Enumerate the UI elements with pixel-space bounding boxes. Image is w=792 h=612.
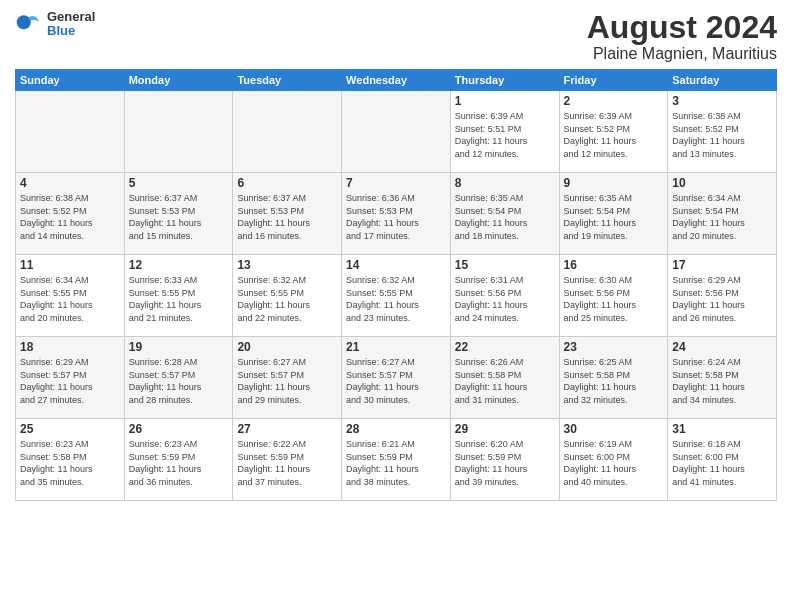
- day-info: Sunrise: 6:34 AM Sunset: 5:55 PM Dayligh…: [20, 274, 120, 324]
- calendar-cell: 3Sunrise: 6:38 AM Sunset: 5:52 PM Daylig…: [668, 91, 777, 173]
- day-number: 4: [20, 176, 120, 190]
- column-header-sunday: Sunday: [16, 70, 125, 91]
- day-info: Sunrise: 6:24 AM Sunset: 5:58 PM Dayligh…: [672, 356, 772, 406]
- day-info: Sunrise: 6:25 AM Sunset: 5:58 PM Dayligh…: [564, 356, 664, 406]
- day-info: Sunrise: 6:39 AM Sunset: 5:51 PM Dayligh…: [455, 110, 555, 160]
- calendar-cell: 9Sunrise: 6:35 AM Sunset: 5:54 PM Daylig…: [559, 173, 668, 255]
- day-number: 20: [237, 340, 337, 354]
- calendar-cell: 16Sunrise: 6:30 AM Sunset: 5:56 PM Dayli…: [559, 255, 668, 337]
- calendar-cell: [233, 91, 342, 173]
- column-header-monday: Monday: [124, 70, 233, 91]
- calendar-cell: 12Sunrise: 6:33 AM Sunset: 5:55 PM Dayli…: [124, 255, 233, 337]
- calendar-cell: 4Sunrise: 6:38 AM Sunset: 5:52 PM Daylig…: [16, 173, 125, 255]
- calendar-cell: 20Sunrise: 6:27 AM Sunset: 5:57 PM Dayli…: [233, 337, 342, 419]
- day-number: 8: [455, 176, 555, 190]
- day-info: Sunrise: 6:30 AM Sunset: 5:56 PM Dayligh…: [564, 274, 664, 324]
- day-info: Sunrise: 6:37 AM Sunset: 5:53 PM Dayligh…: [237, 192, 337, 242]
- day-info: Sunrise: 6:35 AM Sunset: 5:54 PM Dayligh…: [564, 192, 664, 242]
- calendar-cell: 10Sunrise: 6:34 AM Sunset: 5:54 PM Dayli…: [668, 173, 777, 255]
- logo-text: General Blue: [47, 10, 95, 39]
- day-number: 15: [455, 258, 555, 272]
- day-number: 10: [672, 176, 772, 190]
- calendar-cell: 29Sunrise: 6:20 AM Sunset: 5:59 PM Dayli…: [450, 419, 559, 501]
- day-number: 7: [346, 176, 446, 190]
- week-row-3: 11Sunrise: 6:34 AM Sunset: 5:55 PM Dayli…: [16, 255, 777, 337]
- day-info: Sunrise: 6:38 AM Sunset: 5:52 PM Dayligh…: [20, 192, 120, 242]
- day-number: 24: [672, 340, 772, 354]
- day-info: Sunrise: 6:26 AM Sunset: 5:58 PM Dayligh…: [455, 356, 555, 406]
- day-info: Sunrise: 6:29 AM Sunset: 5:56 PM Dayligh…: [672, 274, 772, 324]
- day-info: Sunrise: 6:37 AM Sunset: 5:53 PM Dayligh…: [129, 192, 229, 242]
- day-number: 3: [672, 94, 772, 108]
- calendar-cell: 6Sunrise: 6:37 AM Sunset: 5:53 PM Daylig…: [233, 173, 342, 255]
- day-number: 14: [346, 258, 446, 272]
- day-number: 26: [129, 422, 229, 436]
- day-number: 28: [346, 422, 446, 436]
- day-number: 11: [20, 258, 120, 272]
- calendar-cell: 18Sunrise: 6:29 AM Sunset: 5:57 PM Dayli…: [16, 337, 125, 419]
- calendar-cell: 11Sunrise: 6:34 AM Sunset: 5:55 PM Dayli…: [16, 255, 125, 337]
- day-number: 31: [672, 422, 772, 436]
- calendar-cell: 14Sunrise: 6:32 AM Sunset: 5:55 PM Dayli…: [342, 255, 451, 337]
- day-info: Sunrise: 6:31 AM Sunset: 5:56 PM Dayligh…: [455, 274, 555, 324]
- day-info: Sunrise: 6:22 AM Sunset: 5:59 PM Dayligh…: [237, 438, 337, 488]
- day-info: Sunrise: 6:18 AM Sunset: 6:00 PM Dayligh…: [672, 438, 772, 488]
- day-info: Sunrise: 6:39 AM Sunset: 5:52 PM Dayligh…: [564, 110, 664, 160]
- calendar-cell: 23Sunrise: 6:25 AM Sunset: 5:58 PM Dayli…: [559, 337, 668, 419]
- day-number: 18: [20, 340, 120, 354]
- day-number: 23: [564, 340, 664, 354]
- calendar-cell: 15Sunrise: 6:31 AM Sunset: 5:56 PM Dayli…: [450, 255, 559, 337]
- logo: General Blue: [15, 10, 95, 39]
- calendar-cell: 28Sunrise: 6:21 AM Sunset: 5:59 PM Dayli…: [342, 419, 451, 501]
- calendar-cell: 25Sunrise: 6:23 AM Sunset: 5:58 PM Dayli…: [16, 419, 125, 501]
- day-number: 22: [455, 340, 555, 354]
- column-header-tuesday: Tuesday: [233, 70, 342, 91]
- week-row-2: 4Sunrise: 6:38 AM Sunset: 5:52 PM Daylig…: [16, 173, 777, 255]
- day-info: Sunrise: 6:23 AM Sunset: 5:59 PM Dayligh…: [129, 438, 229, 488]
- day-number: 1: [455, 94, 555, 108]
- column-header-wednesday: Wednesday: [342, 70, 451, 91]
- svg-point-0: [17, 16, 31, 30]
- calendar-cell: 22Sunrise: 6:26 AM Sunset: 5:58 PM Dayli…: [450, 337, 559, 419]
- day-info: Sunrise: 6:20 AM Sunset: 5:59 PM Dayligh…: [455, 438, 555, 488]
- logo-icon: [15, 10, 43, 38]
- column-header-thursday: Thursday: [450, 70, 559, 91]
- day-number: 5: [129, 176, 229, 190]
- week-row-4: 18Sunrise: 6:29 AM Sunset: 5:57 PM Dayli…: [16, 337, 777, 419]
- location-subtitle: Plaine Magnien, Mauritius: [587, 45, 777, 63]
- calendar-cell: 21Sunrise: 6:27 AM Sunset: 5:57 PM Dayli…: [342, 337, 451, 419]
- calendar-cell: 8Sunrise: 6:35 AM Sunset: 5:54 PM Daylig…: [450, 173, 559, 255]
- calendar-cell: 1Sunrise: 6:39 AM Sunset: 5:51 PM Daylig…: [450, 91, 559, 173]
- calendar-table: SundayMondayTuesdayWednesdayThursdayFrid…: [15, 69, 777, 501]
- day-number: 16: [564, 258, 664, 272]
- day-info: Sunrise: 6:21 AM Sunset: 5:59 PM Dayligh…: [346, 438, 446, 488]
- day-number: 29: [455, 422, 555, 436]
- day-info: Sunrise: 6:23 AM Sunset: 5:58 PM Dayligh…: [20, 438, 120, 488]
- day-number: 17: [672, 258, 772, 272]
- title-block: August 2024 Plaine Magnien, Mauritius: [587, 10, 777, 63]
- calendar-cell: 26Sunrise: 6:23 AM Sunset: 5:59 PM Dayli…: [124, 419, 233, 501]
- day-info: Sunrise: 6:32 AM Sunset: 5:55 PM Dayligh…: [237, 274, 337, 324]
- day-number: 9: [564, 176, 664, 190]
- day-info: Sunrise: 6:33 AM Sunset: 5:55 PM Dayligh…: [129, 274, 229, 324]
- day-number: 2: [564, 94, 664, 108]
- week-row-1: 1Sunrise: 6:39 AM Sunset: 5:51 PM Daylig…: [16, 91, 777, 173]
- month-year-title: August 2024: [587, 10, 777, 45]
- calendar-cell: 19Sunrise: 6:28 AM Sunset: 5:57 PM Dayli…: [124, 337, 233, 419]
- day-number: 27: [237, 422, 337, 436]
- column-header-friday: Friday: [559, 70, 668, 91]
- day-info: Sunrise: 6:36 AM Sunset: 5:53 PM Dayligh…: [346, 192, 446, 242]
- day-number: 19: [129, 340, 229, 354]
- day-number: 21: [346, 340, 446, 354]
- day-info: Sunrise: 6:27 AM Sunset: 5:57 PM Dayligh…: [237, 356, 337, 406]
- day-number: 30: [564, 422, 664, 436]
- day-info: Sunrise: 6:29 AM Sunset: 5:57 PM Dayligh…: [20, 356, 120, 406]
- calendar-cell: 13Sunrise: 6:32 AM Sunset: 5:55 PM Dayli…: [233, 255, 342, 337]
- day-number: 6: [237, 176, 337, 190]
- day-number: 12: [129, 258, 229, 272]
- calendar-cell: 30Sunrise: 6:19 AM Sunset: 6:00 PM Dayli…: [559, 419, 668, 501]
- logo-general-text: General: [47, 10, 95, 24]
- header-row: SundayMondayTuesdayWednesdayThursdayFrid…: [16, 70, 777, 91]
- calendar-cell: 7Sunrise: 6:36 AM Sunset: 5:53 PM Daylig…: [342, 173, 451, 255]
- day-number: 13: [237, 258, 337, 272]
